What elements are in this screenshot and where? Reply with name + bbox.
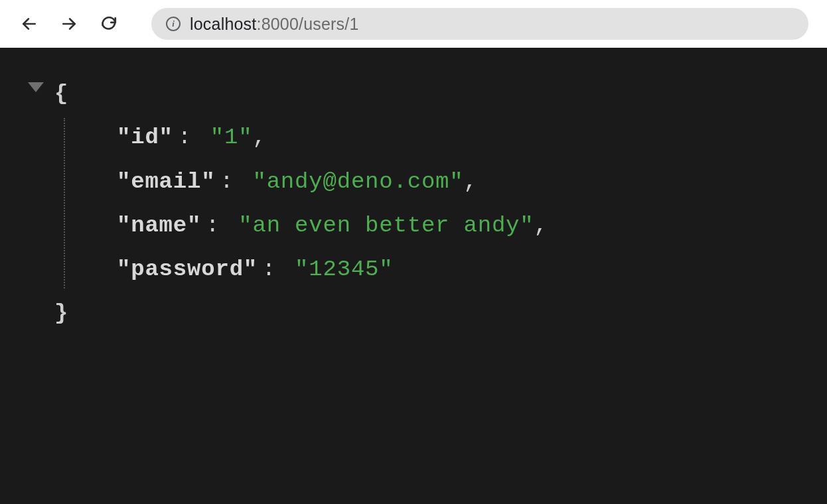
collapse-toggle-icon[interactable]: [28, 82, 44, 92]
browser-toolbar: i localhost:8000/users/1: [0, 0, 827, 48]
json-entries: "id": "1","email": "andy@deno.com","name…: [117, 115, 799, 291]
arrow-right-icon: [60, 15, 78, 32]
comma: ,: [252, 125, 266, 150]
comma: ,: [534, 213, 548, 238]
reload-button[interactable]: [98, 13, 119, 34]
indent-guide: [64, 118, 65, 288]
colon: :: [262, 257, 290, 282]
json-key: "email": [117, 169, 215, 194]
json-viewer: { "id": "1","email": "andy@deno.com","na…: [0, 48, 827, 359]
colon: :: [178, 125, 206, 150]
json-value: "andy@deno.com": [252, 169, 463, 194]
arrow-left-icon: [21, 15, 38, 32]
json-key: "id": [117, 125, 173, 150]
url-text: localhost:8000/users/1: [190, 15, 359, 34]
close-brace: }: [54, 300, 68, 326]
json-value: "an even better andy": [238, 213, 534, 238]
back-button[interactable]: [19, 13, 40, 34]
address-bar[interactable]: i localhost:8000/users/1: [151, 8, 808, 40]
json-key: "name": [117, 213, 201, 238]
json-entry: "id": "1",: [117, 115, 799, 159]
colon: :: [220, 169, 248, 194]
json-entry: "password": "12345": [117, 247, 799, 291]
json-entry: "email": "andy@deno.com",: [117, 160, 799, 204]
json-key: "password": [117, 257, 258, 282]
url-host: localhost: [190, 15, 256, 33]
comma: ,: [464, 169, 478, 194]
url-port-path: :8000/users/1: [256, 15, 358, 33]
reload-icon: [100, 15, 117, 32]
json-value: "12345": [295, 257, 393, 282]
colon: :: [206, 213, 234, 238]
info-icon[interactable]: i: [166, 17, 181, 31]
json-entry: "name": "an even better andy",: [117, 204, 799, 247]
json-value: "1": [210, 125, 253, 150]
open-brace: {: [54, 81, 68, 106]
forward-button[interactable]: [58, 13, 80, 34]
